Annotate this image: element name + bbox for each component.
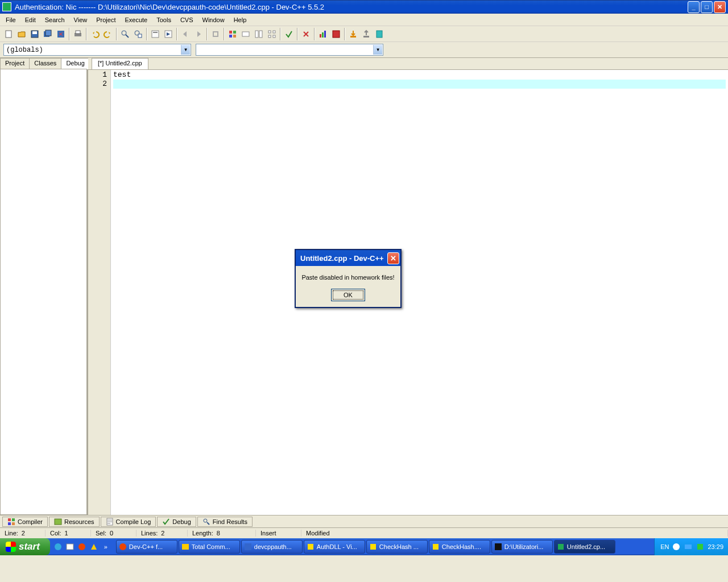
quick-launch-more[interactable]: » (100, 541, 111, 552)
svg-rect-52 (685, 544, 692, 549)
svg-rect-49 (495, 543, 502, 550)
code-editor[interactable]: 1 2 test (88, 69, 728, 515)
tray-icon[interactable] (684, 542, 693, 551)
tray-icon[interactable] (696, 542, 705, 551)
view-button[interactable] (253, 28, 265, 40)
toggle-button[interactable] (239, 28, 252, 40)
maximize-button[interactable]: □ (701, 1, 713, 13)
members-combo[interactable]: ▾ (196, 44, 383, 56)
quick-launch-item[interactable] (76, 541, 88, 552)
profile-button[interactable] (317, 28, 329, 40)
language-indicator[interactable]: EN (660, 543, 669, 550)
tab-bottom-debug[interactable]: Debug (157, 517, 196, 527)
svg-rect-23 (273, 31, 275, 33)
svg-rect-30 (350, 36, 356, 38)
tab-classes[interactable]: Classes (29, 58, 61, 69)
new-file-button[interactable] (2, 28, 15, 40)
taskbar-item[interactable]: CheckHash.... (429, 540, 490, 554)
code-content[interactable]: test (111, 70, 728, 515)
tab-compile-log[interactable]: Compile Log (101, 517, 156, 527)
taskbar-item[interactable]: D:\Utilizatori... (491, 540, 553, 554)
svg-rect-0 (6, 31, 11, 38)
menu-view[interactable]: View (69, 15, 92, 24)
redo-button[interactable] (102, 28, 114, 40)
taskbar-item-label: AuthDLL - Vi... (317, 543, 357, 550)
menu-help[interactable]: Help (229, 15, 251, 24)
svg-rect-53 (697, 544, 703, 550)
taskbar-item-label: Total Comm... (192, 543, 230, 550)
clock[interactable]: 23:29 (708, 543, 723, 550)
svg-rect-16 (233, 31, 236, 34)
open-file-button[interactable] (15, 28, 28, 40)
taskbar-item[interactable]: CheckHash ... (366, 540, 428, 554)
forward-button[interactable] (192, 28, 205, 40)
quick-launch-item[interactable] (64, 541, 76, 552)
remove-button[interactable] (330, 28, 342, 40)
svg-rect-50 (558, 544, 564, 550)
quick-launch-item[interactable] (52, 541, 64, 552)
taskbar-item[interactable]: Untitled2.cp... (554, 540, 615, 554)
quick-launch-item[interactable] (88, 541, 100, 552)
tray-icon[interactable] (672, 542, 681, 551)
menu-search[interactable]: Search (40, 15, 69, 24)
chevron-down-icon[interactable]: ▾ (373, 45, 382, 55)
compile-button[interactable] (149, 28, 162, 40)
save-button[interactable] (28, 28, 41, 40)
dialog-close-button[interactable]: ✕ (387, 252, 399, 264)
start-button[interactable]: start (0, 538, 50, 555)
status-length: Length: 8 (188, 530, 256, 537)
tab-project[interactable]: Project (0, 58, 30, 69)
taskbar-item[interactable]: Dev-C++ f... (116, 540, 177, 554)
tab-find-results[interactable]: Find Results (197, 517, 253, 527)
menu-execute[interactable]: Execute (120, 15, 152, 24)
svg-rect-35 (8, 522, 11, 525)
insert-button[interactable] (226, 28, 239, 40)
taskbar-item[interactable]: devcppauth... (241, 540, 303, 554)
svg-point-42 (78, 543, 85, 550)
goto-button[interactable] (209, 28, 222, 40)
ok-button[interactable]: OK (331, 289, 365, 301)
back-button[interactable] (179, 28, 192, 40)
globals-combo-value: (globals) (6, 46, 43, 54)
debug-button[interactable] (283, 28, 295, 40)
tab-label: Compiler (18, 518, 43, 525)
dialog-title: Untitled2.cpp - Dev-C++ (300, 254, 387, 263)
menu-file[interactable]: File (1, 15, 20, 24)
taskbar-item[interactable]: AuthDLL - Vi... (304, 540, 365, 554)
menu-tools[interactable]: Tools (152, 15, 176, 24)
tab-resources[interactable]: Resources (49, 517, 100, 527)
svg-rect-29 (333, 31, 340, 38)
save-all-button[interactable] (42, 28, 54, 40)
print-button[interactable] (72, 28, 84, 40)
undo-button[interactable] (89, 28, 101, 40)
help-button[interactable] (373, 28, 386, 40)
export-button[interactable] (360, 28, 373, 40)
window-title: Authentication: Nic ------- D:\Utilizato… (15, 3, 688, 11)
left-panel-content[interactable] (0, 69, 87, 515)
run-button[interactable] (162, 28, 175, 40)
close-file-button[interactable] (55, 28, 67, 40)
menu-project[interactable]: Project (92, 15, 120, 24)
app-icon (2, 2, 11, 11)
minimize-button[interactable]: _ (688, 1, 700, 13)
file-tab-untitled2[interactable]: [*] Untitled2.cpp (92, 58, 148, 69)
taskbar-item[interactable]: Total Comm... (179, 540, 240, 554)
import-button[interactable] (347, 28, 359, 40)
chevron-down-icon[interactable]: ▾ (181, 45, 190, 55)
menu-edit[interactable]: Edit (20, 15, 40, 24)
tab-debug[interactable]: Debug (61, 58, 89, 69)
svg-rect-44 (182, 544, 189, 550)
menu-window[interactable]: Window (198, 15, 229, 24)
svg-rect-45 (245, 543, 251, 550)
find-button[interactable] (119, 28, 131, 40)
line-number: 2 (88, 80, 107, 89)
close-button[interactable]: ✕ (714, 1, 726, 13)
tab-compiler[interactable]: Compiler (2, 517, 48, 527)
svg-rect-34 (12, 518, 15, 521)
menu-cvs[interactable]: CVS (176, 15, 198, 24)
globals-combo[interactable]: (globals) ▾ (3, 44, 191, 56)
stop-button[interactable] (300, 28, 312, 40)
svg-rect-20 (255, 31, 258, 38)
grid-button[interactable] (266, 28, 278, 40)
replace-button[interactable] (132, 28, 144, 40)
